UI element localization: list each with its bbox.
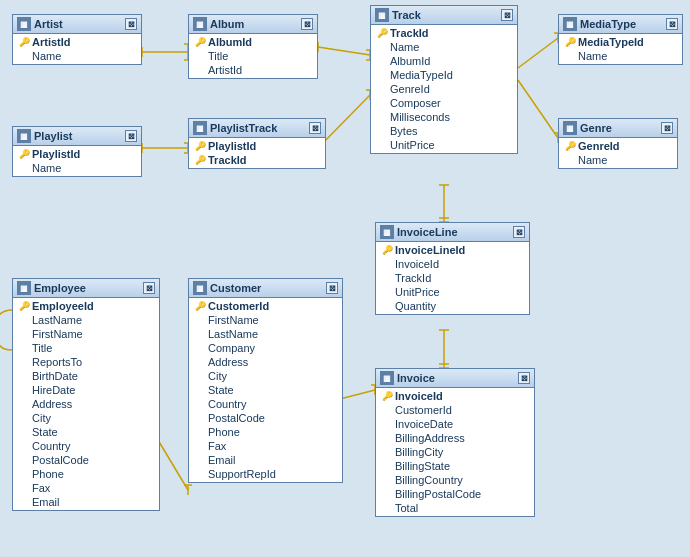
table-invoiceline-header: ▦ InvoiceLine ⊠ [376,223,529,242]
table-row: BillingCity [376,445,534,459]
table-row: Quantity [376,299,529,313]
table-row: PostalCode [189,411,342,425]
table-row: Phone [189,425,342,439]
table-row: 🔑AlbumId [189,35,317,49]
key-icon: 🔑 [565,141,575,151]
table-playlist-header: ▦ Playlist ⊠ [13,127,141,146]
table-track-icon: ▦ [375,8,389,22]
table-row: State [13,425,159,439]
table-artist-icon: ▦ [17,17,31,31]
table-genre-icon: ▦ [563,121,577,135]
table-row: 🔑CustomerId [189,299,342,313]
table-artist-expand[interactable]: ⊠ [125,18,137,30]
table-album[interactable]: ▦ Album ⊠ 🔑AlbumId Title ArtistId [188,14,318,79]
table-row: HireDate [13,383,159,397]
table-customer-header: ▦ Customer ⊠ [189,279,342,298]
table-mediatype-body: 🔑MediaTypeId Name [559,34,682,64]
table-employee-expand[interactable]: ⊠ [143,282,155,294]
table-genre[interactable]: ▦ Genre ⊠ 🔑GenreId Name [558,118,678,169]
table-track-body: 🔑TrackId Name AlbumId MediaTypeId GenreI… [371,25,517,153]
table-genre-expand[interactable]: ⊠ [661,122,673,134]
table-invoiceline-expand[interactable]: ⊠ [513,226,525,238]
key-icon: 🔑 [195,301,205,311]
table-row: Fax [13,481,159,495]
table-row: City [189,369,342,383]
table-album-expand[interactable]: ⊠ [301,18,313,30]
table-track-expand[interactable]: ⊠ [501,9,513,21]
table-playlisttrack[interactable]: ▦ PlaylistTrack ⊠ 🔑PlaylistId 🔑TrackId [188,118,326,169]
table-row: Phone [13,467,159,481]
table-mediatype-header: ▦ MediaType ⊠ [559,15,682,34]
table-playlisttrack-header: ▦ PlaylistTrack ⊠ [189,119,325,138]
table-row: Email [189,453,342,467]
key-icon: 🔑 [195,141,205,151]
table-playlisttrack-label: PlaylistTrack [210,122,277,134]
table-playlisttrack-expand[interactable]: ⊠ [309,122,321,134]
table-row: FirstName [13,327,159,341]
table-row: BillingAddress [376,431,534,445]
table-playlisttrack-icon: ▦ [193,121,207,135]
table-row: Total [376,501,534,515]
table-employee[interactable]: ▦ Employee ⊠ 🔑EmployeeId LastName FirstN… [12,278,160,511]
table-row: LastName [189,327,342,341]
table-track[interactable]: ▦ Track ⊠ 🔑TrackId Name AlbumId MediaTyp… [370,5,518,154]
table-row: 🔑PlaylistId [189,139,325,153]
table-invoiceline-icon: ▦ [380,225,394,239]
table-artist[interactable]: ▦ Artist ⊠ 🔑ArtistId Name [12,14,142,65]
table-row: CustomerId [376,403,534,417]
table-row: Milliseconds [371,110,517,124]
table-mediatype-expand[interactable]: ⊠ [666,18,678,30]
table-row: PostalCode [13,453,159,467]
table-row: 🔑GenreId [559,139,677,153]
table-playlist-label: Playlist [34,130,73,142]
table-invoice[interactable]: ▦ Invoice ⊠ 🔑InvoiceId CustomerId Invoic… [375,368,535,517]
table-invoiceline[interactable]: ▦ InvoiceLine ⊠ 🔑InvoiceLineId InvoiceId… [375,222,530,315]
table-row: SupportRepId [189,467,342,481]
svg-line-13 [518,80,558,138]
table-row: Address [13,397,159,411]
table-customer-label: Customer [210,282,261,294]
table-row: Country [13,439,159,453]
table-genre-body: 🔑GenreId Name [559,138,677,168]
key-icon: 🔑 [382,391,392,401]
table-row: Name [559,153,677,167]
table-row: Address [189,355,342,369]
table-customer[interactable]: ▦ Customer ⊠ 🔑CustomerId FirstName LastN… [188,278,343,483]
table-customer-expand[interactable]: ⊠ [326,282,338,294]
key-icon: 🔑 [565,37,575,47]
table-row: Bytes [371,124,517,138]
table-row: Country [189,397,342,411]
table-invoice-label: Invoice [397,372,435,384]
table-row: GenreId [371,82,517,96]
table-row: BirthDate [13,369,159,383]
table-employee-label: Employee [34,282,86,294]
table-row: Company [189,341,342,355]
table-playlist[interactable]: ▦ Playlist ⊠ 🔑PlaylistId Name [12,126,142,177]
table-album-body: 🔑AlbumId Title ArtistId [189,34,317,78]
table-mediatype-label: MediaType [580,18,636,30]
table-playlist-expand[interactable]: ⊠ [125,130,137,142]
table-row: Name [13,161,141,175]
table-invoiceline-label: InvoiceLine [397,226,458,238]
table-row: InvoiceDate [376,417,534,431]
table-row: 🔑InvoiceId [376,389,534,403]
table-row: Title [189,49,317,63]
table-row: 🔑EmployeeId [13,299,159,313]
table-employee-icon: ▦ [17,281,31,295]
table-row: InvoiceId [376,257,529,271]
table-playlisttrack-body: 🔑PlaylistId 🔑TrackId [189,138,325,168]
table-row: 🔑PlaylistId [13,147,141,161]
table-genre-label: Genre [580,122,612,134]
table-artist-header: ▦ Artist ⊠ [13,15,141,34]
table-mediatype[interactable]: ▦ MediaType ⊠ 🔑MediaTypeId Name [558,14,683,65]
table-invoice-expand[interactable]: ⊠ [518,372,530,384]
table-row: ArtistId [189,63,317,77]
table-row: Composer [371,96,517,110]
table-playlist-body: 🔑PlaylistId Name [13,146,141,176]
table-row: 🔑InvoiceLineId [376,243,529,257]
table-customer-body: 🔑CustomerId FirstName LastName Company A… [189,298,342,482]
table-invoiceline-body: 🔑InvoiceLineId InvoiceId TrackId UnitPri… [376,242,529,314]
table-genre-header: ▦ Genre ⊠ [559,119,677,138]
key-icon: 🔑 [19,37,29,47]
table-row: Name [559,49,682,63]
